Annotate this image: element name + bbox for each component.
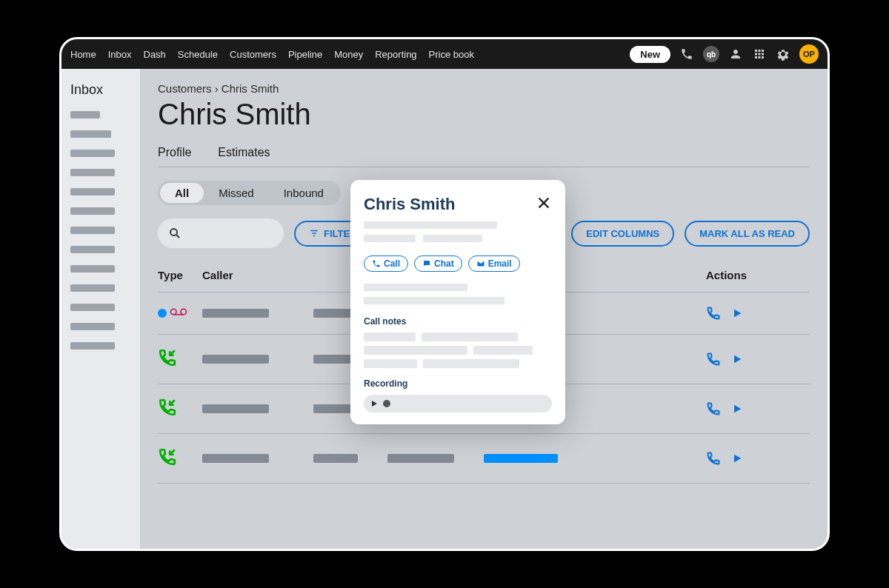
svg-point-0 [170,229,177,235]
nav-home[interactable]: Home [70,49,96,60]
sidebar-item[interactable] [70,227,115,234]
edit-columns-button[interactable]: EDIT COLUMNS [571,221,674,247]
sidebar-item[interactable] [70,342,115,350]
svg-point-6 [181,309,187,315]
person-icon[interactable] [728,47,743,61]
sidebar-item[interactable] [70,130,111,138]
play-icon [370,399,379,408]
col-type: Type [158,269,202,281]
play-action-icon[interactable] [731,353,743,365]
play-action-icon[interactable] [731,403,743,415]
svg-point-5 [171,309,177,315]
svg-line-1 [176,235,179,238]
sidebar-item[interactable] [70,323,115,330]
page-title: Chris Smith [158,98,810,131]
top-nav: Home Inbox Dash Schedule Customers Pipel… [61,39,828,69]
call-action-icon[interactable] [706,352,721,367]
sidebar-item[interactable] [70,246,115,253]
seg-missed[interactable]: Missed [204,183,269,203]
nav-right: New qb OP [630,44,819,64]
nav-schedule[interactable]: Schedule [178,49,218,60]
app-window: Home Inbox Dash Schedule Customers Pipel… [59,37,830,551]
filter-icon [309,228,319,238]
modal-call-button[interactable]: Call [364,255,408,272]
call-action-icon[interactable] [706,306,721,321]
sidebar-item[interactable] [70,304,115,311]
modal-title: Chris Smith [364,195,455,214]
nav-money[interactable]: Money [334,49,363,60]
sidebar-item[interactable] [70,150,115,157]
call-action-icon[interactable] [706,451,721,466]
apps-icon[interactable] [752,47,767,61]
seg-all[interactable]: All [160,183,204,203]
sidebar-item[interactable] [70,111,100,118]
breadcrumb[interactable]: Customers › Chris Smith [158,82,810,95]
unread-dot-icon [158,309,167,318]
phone-icon [372,259,381,268]
inbound-call-icon [158,348,177,370]
nav-reporting[interactable]: Reporting [375,49,416,60]
nav-pricebook[interactable]: Price book [429,49,474,60]
seg-inbound[interactable]: Inbound [269,183,339,203]
recording-player[interactable] [364,395,552,412]
play-action-icon[interactable] [731,452,743,464]
col-caller: Caller [202,269,313,281]
tabs: Profile Estimates [158,146,810,167]
chat-icon [422,259,431,268]
call-detail-modal: Chris Smith Call Chat Email [350,180,565,424]
recording-progress-dot [383,400,390,407]
recording-label: Recording [364,378,552,389]
sidebar-title: Inbox [70,82,131,98]
avatar[interactable]: OP [799,44,819,64]
email-icon [476,259,485,268]
nav-left: Home Inbox Dash Schedule Customers Pipel… [70,49,474,60]
col-actions: Actions [706,269,810,281]
mark-all-read-button[interactable]: MARK ALL AS READ [685,221,810,247]
new-button[interactable]: New [630,46,670,63]
nav-customers[interactable]: Customers [230,49,276,60]
call-notes-label: Call notes [364,316,552,327]
modal-email-button[interactable]: Email [468,255,520,272]
search-icon [168,227,182,240]
segmented-control: All Missed Inbound [158,181,341,205]
tab-profile[interactable]: Profile [158,146,191,159]
tab-estimates[interactable]: Estimates [218,146,270,159]
inbound-call-icon [158,398,177,420]
nav-inbox[interactable]: Inbox [108,49,132,60]
sidebar-item[interactable] [70,265,115,273]
inbound-call-icon [158,447,177,470]
sidebar-item[interactable] [70,284,115,292]
phone-icon[interactable] [679,47,694,61]
table-row[interactable] [158,434,810,484]
gear-icon[interactable] [776,47,790,61]
search-input[interactable] [158,218,284,248]
nav-pipeline[interactable]: Pipeline [288,49,322,60]
sidebar-item[interactable] [70,169,115,176]
nav-dash[interactable]: Dash [144,49,166,60]
voicemail-icon [170,307,187,320]
play-action-icon[interactable] [731,307,743,319]
sidebar-item[interactable] [70,207,115,215]
sidebar: Inbox [61,69,140,549]
modal-chat-button[interactable]: Chat [414,255,462,272]
qb-icon[interactable]: qb [703,46,719,62]
call-action-icon[interactable] [706,401,721,416]
close-icon[interactable] [536,195,552,214]
sidebar-item[interactable] [70,188,115,196]
